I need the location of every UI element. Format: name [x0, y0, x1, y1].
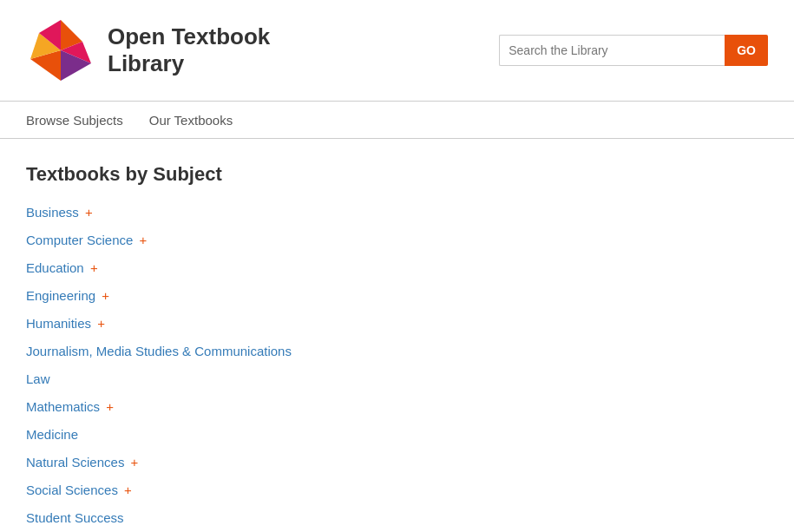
subject-link[interactable]: Student Success — [26, 510, 124, 525]
list-item: Student Success — [26, 510, 768, 526]
subject-link[interactable]: Education — [26, 260, 84, 275]
logo-text: Open Textbook Library — [108, 23, 270, 77]
subject-link[interactable]: Engineering — [26, 288, 95, 303]
logo-area: Open Textbook Library — [26, 16, 270, 85]
expand-plus-icon[interactable]: + — [135, 233, 147, 247]
list-item: Education + — [26, 260, 768, 276]
expand-plus-icon[interactable]: + — [121, 483, 132, 497]
expand-plus-icon[interactable]: + — [98, 288, 109, 303]
subject-link[interactable]: Social Sciences — [26, 483, 118, 497]
expand-plus-icon[interactable]: + — [87, 260, 98, 275]
search-input[interactable] — [499, 35, 725, 66]
logo-icon — [26, 16, 95, 85]
subject-link[interactable]: Computer Science — [26, 233, 133, 247]
expand-plus-icon[interactable]: + — [82, 205, 93, 220]
list-item: Natural Sciences + — [26, 455, 768, 470]
list-item: Engineering + — [26, 288, 768, 304]
list-item: Business + — [26, 205, 768, 220]
search-button[interactable]: GO — [725, 35, 768, 66]
search-area: GO — [499, 35, 768, 66]
expand-plus-icon[interactable]: + — [127, 455, 138, 470]
list-item: Mathematics + — [26, 399, 768, 415]
page-title: Textbooks by Subject — [26, 163, 768, 186]
list-item: Computer Science + — [26, 233, 768, 248]
main-content: Textbooks by Subject Business +Computer … — [0, 139, 794, 532]
subject-list: Business +Computer Science +Education +E… — [26, 205, 768, 526]
subject-link[interactable]: Natural Sciences — [26, 455, 124, 470]
subject-link[interactable]: Business — [26, 205, 79, 220]
header: Open Textbook Library GO — [0, 0, 794, 101]
list-item: Social Sciences + — [26, 483, 768, 498]
list-item: Journalism, Media Studies & Communicatio… — [26, 344, 768, 359]
expand-plus-icon[interactable]: + — [102, 399, 114, 414]
nav-bar: Browse Subjects Our Textbooks — [0, 101, 794, 139]
list-item: Law — [26, 371, 768, 387]
subject-link[interactable]: Medicine — [26, 427, 78, 442]
subject-link[interactable]: Mathematics — [26, 399, 100, 414]
nav-our-textbooks[interactable]: Our Textbooks — [149, 113, 233, 128]
nav-browse-subjects[interactable]: Browse Subjects — [26, 113, 123, 128]
expand-plus-icon[interactable]: + — [94, 316, 105, 331]
subject-link[interactable]: Law — [26, 371, 50, 386]
subject-link[interactable]: Humanities — [26, 316, 91, 331]
subject-link[interactable]: Journalism, Media Studies & Communicatio… — [26, 344, 292, 358]
list-item: Medicine — [26, 427, 768, 443]
list-item: Humanities + — [26, 316, 768, 332]
